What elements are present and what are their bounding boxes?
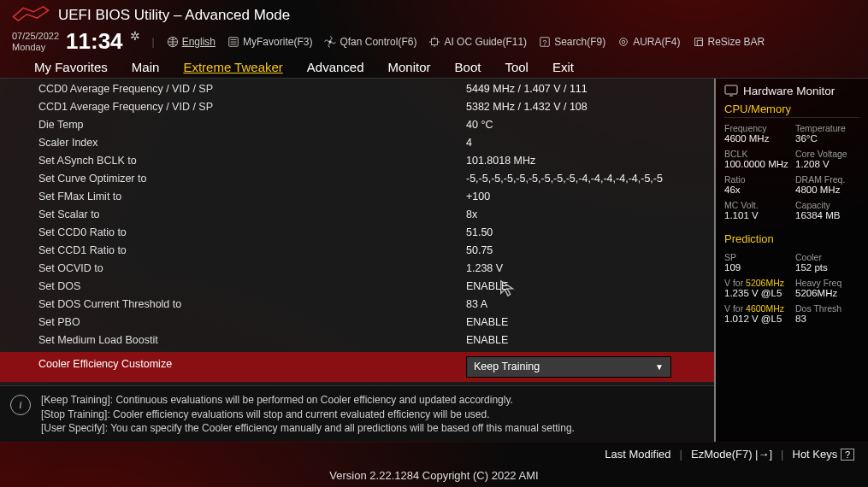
setting-value: ENABLE	[466, 314, 508, 331]
search-icon: ?	[539, 36, 551, 48]
info-line: [Keep Training]: Continuous evaluations …	[41, 393, 575, 407]
setting-value: 1.238 V	[466, 261, 503, 277]
fan-icon	[324, 36, 336, 48]
setting-value: 40 °C	[466, 117, 493, 133]
app-title: UEFI BIOS Utility – Advanced Mode	[58, 7, 290, 24]
setting-key: Scaler Index	[38, 135, 466, 151]
setting-row[interactable]: CCD1 Average Frequency / VID / SP5382 MH…	[0, 98, 714, 116]
hw-row: BCLK100.0000 MHzCore Voltage1.208 V	[724, 149, 859, 169]
hw-title: Hardware Monitor	[743, 85, 835, 97]
dropdown-value: Keep Training	[474, 359, 540, 375]
list-icon	[227, 36, 239, 48]
tab-exit[interactable]: Exit	[552, 60, 574, 74]
svg-rect-8	[694, 38, 702, 45]
globe-icon	[167, 36, 179, 48]
cooler-efficiency-dropdown[interactable]: Keep Training▼	[466, 356, 671, 378]
info-line: [Stop Training]: Cooler efficiency evalu…	[41, 408, 575, 421]
aura-button[interactable]: AURA(F4)	[617, 36, 680, 48]
language-label: English	[182, 36, 216, 48]
setting-row[interactable]: Set CCD1 Ratio to50.75	[0, 242, 714, 260]
setting-key: Cooler Efficiency Customize	[38, 356, 466, 378]
chevron-down-icon: ▼	[655, 359, 664, 375]
resize-icon	[693, 36, 705, 48]
setting-row-selected[interactable]: Cooler Efficiency CustomizeKeep Training…	[0, 352, 714, 382]
setting-row[interactable]: Set PBOENABLE	[0, 314, 714, 332]
setting-row[interactable]: Set DOS Current Threshold to83 A	[0, 296, 714, 314]
info-line: [User Specify]: You can specify the Cool…	[41, 421, 575, 435]
setting-value: -5,-5,-5,-5,-5,-5,-5,-5,-5,-4,-4,-4,-4,-…	[466, 171, 663, 187]
tab-bar: My Favorites Main Extreme Tweaker Advanc…	[0, 55, 868, 79]
info-panel: i [Keep Training]: Continuous evaluation…	[0, 385, 714, 442]
setting-value: +100	[466, 189, 490, 205]
svg-point-7	[622, 40, 625, 44]
setting-value: ENABLE	[466, 332, 508, 349]
language-selector[interactable]: English	[167, 36, 216, 48]
setting-key: Set OCVID to	[38, 261, 466, 277]
hw-row: Ratio46xDRAM Freq.4800 MHz	[724, 174, 859, 195]
svg-point-6	[620, 38, 628, 45]
svg-point-2	[329, 40, 333, 44]
setting-key: Set FMax Limit to	[38, 189, 466, 205]
hotkeys-button[interactable]: Hot Keys ?	[793, 448, 855, 461]
hw-row: Frequency4600 MHzTemperature36°C	[724, 123, 859, 144]
hardware-monitor-panel: Hardware Monitor CPU/Memory Frequency460…	[714, 79, 868, 442]
last-modified-button[interactable]: Last Modified	[605, 448, 670, 461]
setting-key: Set CCD1 Ratio to	[38, 243, 466, 259]
setting-value: 5449 MHz / 1.407 V / 111	[466, 81, 588, 97]
monitor-icon	[724, 84, 738, 97]
setting-row[interactable]: Set ASynch BCLK to101.8018 MHz	[0, 152, 714, 170]
setting-row[interactable]: Set FMax Limit to+100	[0, 188, 714, 206]
svg-rect-3	[432, 38, 438, 44]
tab-advanced[interactable]: Advanced	[307, 60, 364, 74]
resizebar-button[interactable]: ReSize BAR	[693, 36, 765, 48]
setting-key: Set PBO	[38, 314, 466, 331]
aura-icon	[617, 36, 629, 48]
svg-rect-9	[697, 40, 702, 45]
tab-extremetweaker[interactable]: Extreme Tweaker	[183, 60, 282, 74]
setting-key: Set Scalar to	[38, 207, 466, 223]
ezmode-button[interactable]: EzMode(F7) |→]	[691, 448, 772, 461]
myfavorite-button[interactable]: MyFavorite(F3)	[227, 36, 312, 48]
setting-row[interactable]: Scaler Index4	[0, 134, 714, 152]
hw-row: MC Volt.1.101 VCapacity16384 MB	[724, 200, 859, 220]
setting-key: Set Medium Load Boostit	[38, 332, 466, 349]
version-text: Version 2.22.1284 Copyright (C) 2022 AMI	[0, 466, 868, 487]
setting-row[interactable]: Set Medium Load BoostitENABLE	[0, 332, 714, 349]
setting-key: Die Temp	[38, 117, 466, 133]
setting-value: 50.75	[466, 243, 493, 259]
rog-logo-icon	[12, 3, 50, 26]
settings-list[interactable]: CCD0 Average Frequency / VID / SP5449 MH…	[0, 79, 714, 385]
setting-key: Set CCD0 Ratio to	[38, 225, 466, 241]
setting-key: Set DOS	[38, 279, 466, 295]
qfan-button[interactable]: Qfan Control(F6)	[324, 36, 416, 48]
svg-rect-10	[725, 85, 737, 94]
setting-key: CCD1 Average Frequency / VID / SP	[38, 99, 466, 115]
tab-tool[interactable]: Tool	[505, 60, 528, 74]
setting-row[interactable]: Set DOSENABLE	[0, 278, 714, 296]
tab-myfavorites[interactable]: My Favorites	[34, 60, 108, 74]
hw-cpu-section: CPU/Memory	[724, 103, 859, 118]
setting-row[interactable]: Set Scalar to8x	[0, 206, 714, 224]
ezmode-arrow-icon: |→]	[753, 448, 773, 461]
svg-text:?: ?	[543, 38, 547, 46]
setting-row[interactable]: Set Curve Optimizer to-5,-5,-5,-5,-5,-5,…	[0, 170, 714, 188]
setting-row[interactable]: Die Temp40 °C	[0, 116, 714, 134]
tab-main[interactable]: Main	[132, 60, 160, 74]
setting-key: Set Curve Optimizer to	[38, 171, 466, 187]
setting-value: ENABLE	[466, 279, 508, 295]
tab-monitor[interactable]: Monitor	[388, 60, 431, 74]
setting-row[interactable]: Set CCD0 Ratio to51.50	[0, 224, 714, 242]
setting-value: 5382 MHz / 1.432 V / 108	[466, 99, 588, 115]
setting-value: 51.50	[466, 225, 493, 241]
setting-value: 83 A	[466, 296, 487, 313]
aioc-button[interactable]: AI OC Guide(F11)	[428, 36, 527, 48]
setting-row[interactable]: CCD0 Average Frequency / VID / SP5449 MH…	[0, 80, 714, 98]
clock-settings-icon[interactable]: ✲	[130, 29, 140, 43]
hw-row: SP109Cooler152 pts	[724, 252, 859, 273]
setting-value: 8x	[466, 207, 477, 223]
clock: 11:34	[66, 28, 123, 55]
setting-value: 101.8018 MHz	[466, 153, 535, 169]
tab-boot[interactable]: Boot	[455, 60, 481, 74]
search-button[interactable]: ? Search(F9)	[539, 36, 605, 48]
setting-row[interactable]: Set OCVID to1.238 V	[0, 260, 714, 278]
